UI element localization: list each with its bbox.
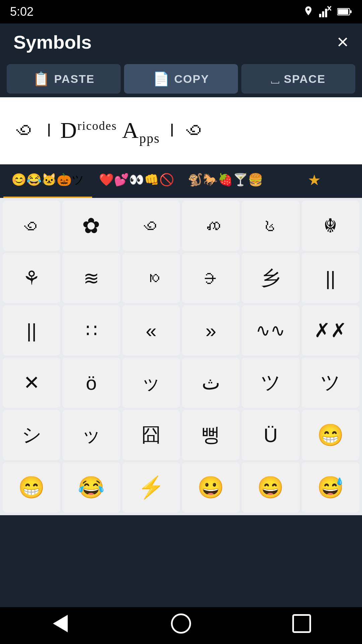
symbol-cell[interactable]: ッ xyxy=(122,358,180,408)
space-button[interactable]: ⎵ SPACE xyxy=(241,64,355,94)
symbol-cell[interactable]: « xyxy=(122,305,180,356)
symbol-grid: ꩜ ✿ ꩜ ꩲ ꣙ ☬ ⚘ ≋ ꩯ 𑁌 乡 || || ∷ « » ∿∿ ✗✗ … xyxy=(0,198,362,515)
symbol-cell[interactable]: ✗✗ xyxy=(302,305,359,356)
status-icons xyxy=(303,5,352,18)
paste-button[interactable]: 📋 PASTE xyxy=(7,64,121,94)
symbol-cell[interactable]: ≋ xyxy=(62,253,120,303)
symbol-cell[interactable]: シ xyxy=(3,410,60,460)
symbol-cell[interactable]: ✕ xyxy=(3,358,60,408)
symbol-cell[interactable]: || xyxy=(3,305,60,356)
symbol-cell[interactable]: ꩜ xyxy=(3,201,60,251)
symbol-cell[interactable]: 囧 xyxy=(122,410,180,460)
action-bar: 📋 PASTE 📄 COPY ⎵ SPACE xyxy=(0,60,362,97)
symbol-cell[interactable]: 😀 xyxy=(182,462,240,513)
tab-hearts[interactable]: ❤️💕👀👊🚫 xyxy=(92,164,181,198)
symbol-cell[interactable]: ツ xyxy=(242,358,299,408)
home-icon xyxy=(171,613,191,638)
svg-rect-7 xyxy=(350,10,352,13)
symbol-cell[interactable]: ッ xyxy=(62,410,120,460)
svg-rect-2 xyxy=(325,9,327,17)
symbol-cell[interactable]: ꣙ xyxy=(242,201,299,251)
symbol-cell[interactable]: 😁 xyxy=(302,410,359,460)
symbol-cell[interactable]: ⚘ xyxy=(3,253,60,303)
copy-icon: 📄 xyxy=(153,71,170,87)
symbol-cell[interactable]: ツ xyxy=(302,358,359,408)
svg-rect-1 xyxy=(322,11,324,17)
tab-smiley[interactable]: 😊😂🐱🎃ツ xyxy=(3,164,92,198)
space-label: SPACE xyxy=(284,72,326,86)
back-icon xyxy=(53,615,68,636)
space-icon: ⎵ xyxy=(271,71,279,87)
star-icon: ★ xyxy=(308,171,321,189)
location-icon xyxy=(303,5,314,18)
nav-home-button[interactable] xyxy=(166,610,196,641)
nav-bar xyxy=(0,607,362,644)
symbol-cell[interactable]: ö xyxy=(62,358,120,408)
status-bar: 5:02 xyxy=(0,0,362,23)
copy-label: COPY xyxy=(174,72,209,86)
symbol-cell[interactable]: ث xyxy=(182,358,240,408)
symbol-cell[interactable]: 😅 xyxy=(302,462,359,513)
symbol-cell[interactable]: » xyxy=(182,305,240,356)
symbol-cell[interactable]: ꩯ xyxy=(122,253,180,303)
page-title: Symbols xyxy=(13,31,92,53)
symbol-cell[interactable]: || xyxy=(302,253,359,303)
nav-recent-button[interactable] xyxy=(287,610,317,641)
text-display: ꩜𑁇Dricodes Apps𑁇꩜ xyxy=(0,97,362,164)
symbol-cell[interactable]: 𑁌 xyxy=(182,253,240,303)
nav-back-button[interactable] xyxy=(45,610,75,641)
close-button[interactable]: × xyxy=(337,32,349,52)
symbol-cell[interactable]: 뻥 xyxy=(182,410,240,460)
symbol-cell[interactable]: ꩜ xyxy=(122,201,180,251)
svg-rect-6 xyxy=(338,9,348,14)
symbol-cell[interactable]: ✿ xyxy=(62,201,120,251)
tab-favorites[interactable]: ★ xyxy=(270,164,359,198)
svg-rect-0 xyxy=(319,14,321,17)
symbol-cell[interactable]: ∷ xyxy=(62,305,120,356)
symbol-cell[interactable]: ☬ xyxy=(302,201,359,251)
symbol-cell[interactable]: Ü xyxy=(242,410,299,460)
status-time: 5:02 xyxy=(10,5,34,19)
tab-animals[interactable]: 🐒🐎🍓🍸🍔 xyxy=(181,164,270,198)
symbol-cell[interactable]: 😁 xyxy=(3,462,60,513)
symbol-cell[interactable]: 😂 xyxy=(62,462,120,513)
signal-icon xyxy=(319,6,332,17)
paste-label: PASTE xyxy=(54,72,95,86)
symbol-cell[interactable]: 😄 xyxy=(242,462,299,513)
copy-button[interactable]: 📄 COPY xyxy=(124,64,238,94)
app-header: Symbols × xyxy=(0,23,362,60)
symbol-cell[interactable]: ꩲ xyxy=(182,201,240,251)
battery-icon xyxy=(337,7,352,16)
symbol-cell[interactable]: ⚡ xyxy=(122,462,180,513)
symbol-cell[interactable]: ∿∿ xyxy=(242,305,299,356)
text-content: ꩜𑁇Dricodes Apps𑁇꩜ xyxy=(13,114,207,147)
recent-icon xyxy=(292,614,311,637)
category-tabs: 😊😂🐱🎃ツ ❤️💕👀👊🚫 🐒🐎🍓🍸🍔 ★ xyxy=(0,164,362,198)
symbol-cell[interactable]: 乡 xyxy=(242,253,299,303)
paste-icon: 📋 xyxy=(33,71,50,87)
